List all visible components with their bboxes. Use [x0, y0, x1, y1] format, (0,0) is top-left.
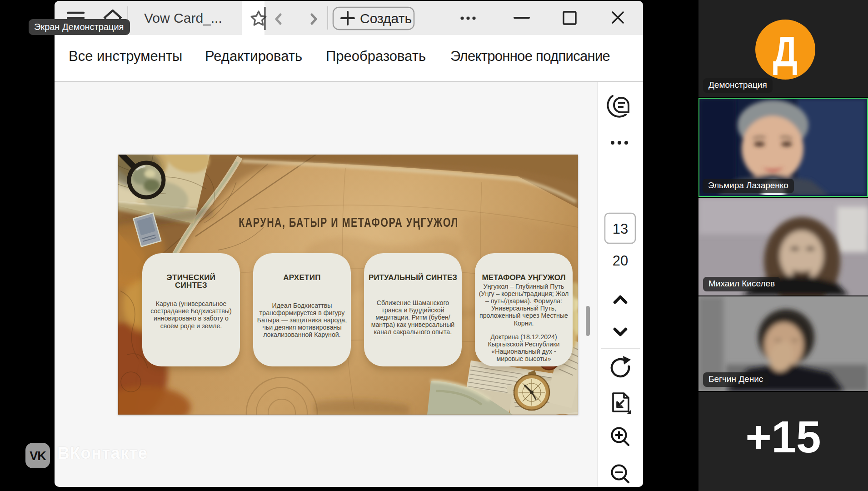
svg-text:20: 20 [613, 253, 628, 269]
svg-text:13: 13 [613, 221, 628, 237]
svg-text:Создать: Создать [360, 11, 412, 26]
svg-text:Vow Card_...: Vow Card_... [144, 10, 222, 25]
